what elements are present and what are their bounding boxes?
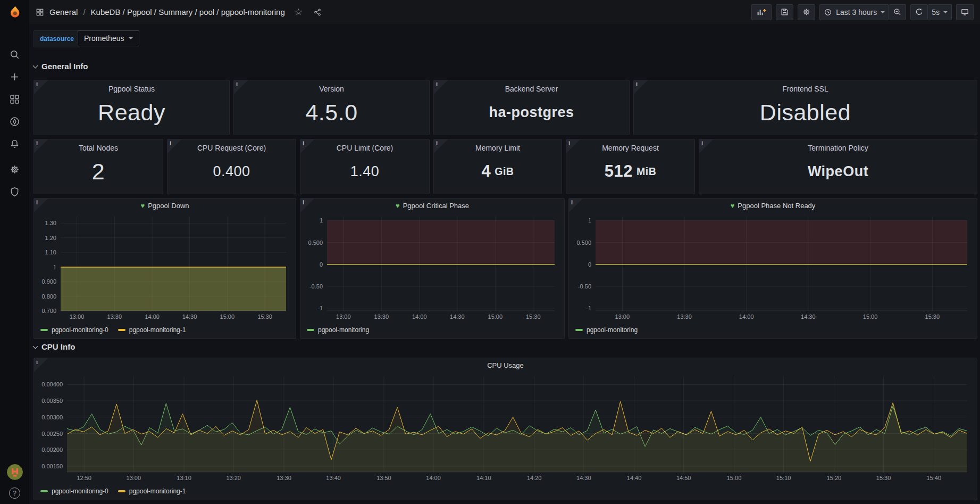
save-dashboard-button[interactable] <box>776 4 793 20</box>
panel-header[interactable]: CPU Usage <box>34 358 977 372</box>
health-heart-icon <box>731 202 735 209</box>
refresh-button[interactable] <box>910 4 928 20</box>
refresh-interval-picker[interactable]: 5s <box>928 4 952 20</box>
legend-item[interactable]: pgpool-monitoring-1 <box>118 326 186 334</box>
svg-text:0.500: 0.500 <box>308 239 323 246</box>
svg-text:15:30: 15:30 <box>876 475 891 481</box>
chart-legend: pgpool-monitoring-0pgpool-monitoring-1 <box>40 324 186 336</box>
svg-text:0.00300: 0.00300 <box>41 414 63 420</box>
user-avatar[interactable] <box>7 464 23 480</box>
add-icon[interactable] <box>9 71 21 82</box>
svg-text:13:10: 13:10 <box>177 475 191 481</box>
breadcrumb-dashboard-title[interactable]: KubeDB / Pgpool / Summary / pool / pgpoo… <box>91 7 285 16</box>
configuration-gear-icon[interactable] <box>9 163 21 175</box>
stat-value: 1.40 <box>300 153 429 189</box>
stat-title: CPU Limit (Core) <box>300 144 429 152</box>
panel-info-icon[interactable] <box>167 139 181 153</box>
dashboard-settings-button[interactable] <box>798 4 815 20</box>
panel-header[interactable]: Pgpool Phase Not Ready <box>569 199 977 212</box>
zoom-out-button[interactable] <box>889 4 906 20</box>
stat-title: Total Nodes <box>34 144 163 152</box>
panel-info-icon[interactable] <box>234 80 248 94</box>
add-panel-button[interactable] <box>751 4 772 20</box>
breadcrumb-folder[interactable]: General <box>49 7 78 16</box>
svg-text:14:50: 14:50 <box>676 475 691 481</box>
datasource-label[interactable]: datasource <box>33 30 80 47</box>
chart-canvas[interactable]: 10.5000-0.50-113:0013:3014:0014:3015:001… <box>571 212 975 321</box>
stat-value: 2 <box>34 153 163 189</box>
stat-panel-frontend-ssl: Frontend SSL Disabled <box>633 80 977 135</box>
legend-item[interactable]: pgpool-monitoring <box>307 326 369 334</box>
stat-value: 4.5.0 <box>234 94 429 130</box>
svg-text:13:40: 13:40 <box>326 475 341 481</box>
svg-text:14:40: 14:40 <box>627 475 642 481</box>
panel-header[interactable]: Pgpool Critical Phase <box>300 199 564 212</box>
chevron-down-icon <box>881 11 885 13</box>
panel-info-icon[interactable] <box>34 80 48 94</box>
panel-info-icon[interactable] <box>434 139 448 153</box>
svg-text:1: 1 <box>588 217 591 224</box>
svg-text:0.00200: 0.00200 <box>41 447 63 453</box>
chevron-down-icon <box>943 11 948 13</box>
datasource-value: Prometheus <box>84 34 124 43</box>
section-title: CPU Info <box>41 342 75 351</box>
panel-info-icon[interactable] <box>34 139 48 153</box>
panel-info-icon[interactable] <box>566 139 580 153</box>
sidebar <box>0 0 29 504</box>
legend-item[interactable]: pgpool-monitoring-0 <box>40 326 108 334</box>
grafana-logo[interactable] <box>0 0 29 24</box>
chart-canvas[interactable]: 1.301.201.1010.9000.8000.70013:0013:3014… <box>36 212 294 321</box>
stat-unit: GiB <box>495 166 514 178</box>
stat-value: 512MiB <box>566 153 694 189</box>
search-icon[interactable] <box>9 48 21 60</box>
svg-text:14:30: 14:30 <box>576 475 591 481</box>
svg-text:-1: -1 <box>317 305 323 311</box>
panel-pgpool-phase-not-ready: Pgpool Phase Not Ready 10.5000-0.50-113:… <box>568 198 977 339</box>
svg-text:0.900: 0.900 <box>41 278 56 285</box>
panel-info-icon[interactable] <box>699 139 713 153</box>
svg-text:14:00: 14:00 <box>412 313 427 320</box>
panel-info-icon[interactable] <box>34 199 48 212</box>
explore-compass-icon[interactable] <box>9 115 21 127</box>
svg-text:14:00: 14:00 <box>426 475 441 481</box>
section-general-info[interactable]: General Info <box>33 62 88 71</box>
stat-panel-backend-server: Backend Server ha-postgres <box>433 80 630 135</box>
legend-item[interactable]: pgpool-monitoring-1 <box>118 488 186 495</box>
alerting-bell-icon[interactable] <box>9 138 21 150</box>
panel-header[interactable]: Pgpool Down <box>34 199 296 212</box>
svg-text:13:30: 13:30 <box>277 475 291 481</box>
svg-text:15:00: 15:00 <box>220 313 235 320</box>
time-range-picker[interactable]: Last 3 hours <box>819 4 889 20</box>
legend-item[interactable]: pgpool-monitoring-0 <box>40 488 108 495</box>
apps-grid-icon <box>36 8 44 16</box>
svg-text:-0.50: -0.50 <box>309 283 323 290</box>
dashboards-icon[interactable] <box>9 93 21 105</box>
panel-info-icon[interactable] <box>300 139 314 153</box>
star-icon[interactable] <box>295 6 303 18</box>
topbar: General / KubeDB / Pgpool / Summary / po… <box>29 0 980 24</box>
panel-title: CPU Usage <box>487 361 524 369</box>
svg-text:14:30: 14:30 <box>450 313 465 320</box>
security-shield-icon[interactable] <box>9 186 21 197</box>
help-icon[interactable] <box>9 488 20 499</box>
panel-info-icon[interactable] <box>34 358 48 372</box>
legend-item[interactable]: pgpool-monitoring <box>575 326 638 334</box>
svg-text:0.00400: 0.00400 <box>41 381 63 387</box>
share-icon[interactable] <box>313 8 322 16</box>
svg-text:-1: -1 <box>586 305 591 311</box>
cycle-view-mode-button[interactable] <box>956 4 974 20</box>
svg-text:14:30: 14:30 <box>801 313 816 320</box>
stat-panel-version: Version 4.5.0 <box>233 80 430 135</box>
svg-text:14:00: 14:00 <box>145 313 160 320</box>
svg-text:13:00: 13:00 <box>615 313 630 320</box>
panel-info-icon[interactable] <box>300 199 314 212</box>
chart-canvas[interactable]: 0.004000.003500.003000.002500.002000.001… <box>36 372 975 483</box>
health-heart-icon <box>140 202 145 209</box>
chart-canvas[interactable]: 10.5000-0.50-113:0013:3014:0014:3015:001… <box>303 212 562 321</box>
section-cpu-info[interactable]: CPU Info <box>33 342 75 351</box>
panel-info-icon[interactable] <box>434 80 448 94</box>
panel-info-icon[interactable] <box>634 80 648 94</box>
stat-value: 4GiB <box>434 153 562 189</box>
panel-info-icon[interactable] <box>569 199 583 212</box>
datasource-picker[interactable]: Prometheus <box>78 30 139 46</box>
